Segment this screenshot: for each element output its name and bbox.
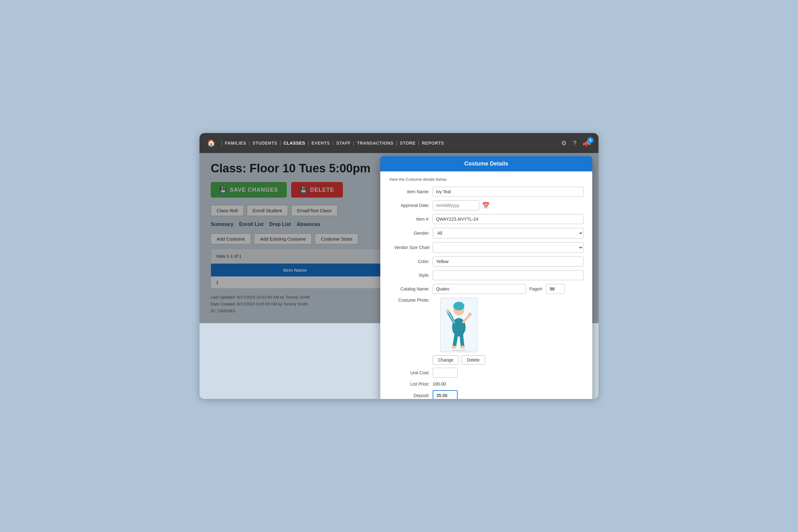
photo-buttons: Change Delete bbox=[433, 355, 485, 365]
item-num-input[interactable] bbox=[433, 214, 584, 224]
costume-photo-label: Costume Photo: bbox=[389, 298, 430, 303]
catalog-name-label: Catalog Name: bbox=[389, 286, 430, 291]
page-num-input[interactable] bbox=[546, 284, 565, 294]
delete-photo-button[interactable]: Delete bbox=[462, 355, 485, 365]
unit-cost-input[interactable] bbox=[433, 368, 458, 378]
nav-sep-5: | bbox=[353, 140, 355, 146]
change-photo-button[interactable]: Change bbox=[433, 355, 458, 365]
svg-line-10 bbox=[461, 334, 462, 346]
approval-date-input[interactable] bbox=[433, 201, 479, 210]
notification-bell[interactable]: 📣 9 bbox=[583, 139, 591, 147]
approval-date-row: Approval Date: 📅 bbox=[389, 201, 584, 210]
modal-body: View the Costume details below. Item Nam… bbox=[380, 171, 592, 399]
gender-row: Gender: All Male Female bbox=[389, 228, 584, 239]
deposit-row: Deposit: bbox=[389, 390, 584, 399]
main-content: Class: Floor 10 Tues 5:00pm 💾 SAVE CHANG… bbox=[200, 153, 598, 323]
deposit-input[interactable] bbox=[433, 390, 458, 399]
deposit-label: Deposit: bbox=[389, 393, 430, 398]
nav-sep-6: | bbox=[396, 140, 397, 146]
nav-link-reports[interactable]: REPORTS bbox=[421, 139, 444, 147]
nav-link-store[interactable]: STORE bbox=[399, 139, 416, 147]
nav-link-families[interactable]: FAMILIES bbox=[224, 139, 247, 147]
item-name-label: Item Name: bbox=[389, 189, 430, 194]
date-row: 📅 bbox=[433, 201, 490, 210]
item-name-row: Item Name: bbox=[389, 187, 584, 197]
nav-sep-3: | bbox=[308, 140, 309, 146]
approval-date-label: Approval Date: bbox=[389, 203, 430, 208]
catalog-name-row: Catalog Name: Page#: bbox=[389, 284, 584, 294]
nav-sep-2: | bbox=[280, 140, 281, 146]
vendor-size-chart-label: Vendor Size Chart bbox=[389, 245, 430, 250]
home-icon[interactable]: 🏠 bbox=[207, 139, 215, 147]
nav-sep-4: | bbox=[332, 140, 334, 146]
page-num-label: Page#: bbox=[529, 286, 543, 291]
modal-subtitle: View the Costume details below. bbox=[389, 177, 584, 182]
svg-point-12 bbox=[460, 346, 465, 349]
help-icon[interactable]: ? bbox=[573, 140, 576, 147]
item-num-label: Item #: bbox=[389, 216, 430, 222]
nav-link-students[interactable]: STUDENTS bbox=[252, 139, 278, 147]
nav-right: ⚙ ? 📣 9 bbox=[561, 139, 591, 147]
unit-cost-label: Unit Cost: bbox=[389, 370, 430, 375]
item-num-row: Item #: bbox=[389, 214, 584, 224]
nav-sep-0: | bbox=[221, 140, 222, 146]
settings-icon[interactable]: ⚙ bbox=[561, 139, 567, 147]
svg-point-4 bbox=[453, 302, 464, 310]
color-label: Color: bbox=[389, 259, 430, 264]
svg-text:Photo Credit: Quatro: Photo Credit: Quatro bbox=[452, 350, 466, 351]
vendor-size-chart-row: Vendor Size Chart bbox=[389, 242, 584, 253]
gender-label: Gender: bbox=[389, 231, 430, 235]
catalog-name-input[interactable] bbox=[433, 284, 526, 294]
costume-photo-image: Photo Credit: Quatro bbox=[440, 298, 478, 352]
nav-sep-1: | bbox=[249, 140, 250, 146]
svg-point-11 bbox=[451, 346, 456, 349]
color-row: Color: bbox=[389, 256, 584, 266]
costume-photo-wrapper: Photo Credit: Quatro Change Delete bbox=[433, 298, 485, 365]
page-num-row: Page#: bbox=[529, 284, 565, 294]
nav-link-events[interactable]: EVENTS bbox=[311, 139, 330, 147]
style-input[interactable] bbox=[433, 270, 584, 280]
gender-select[interactable]: All Male Female bbox=[433, 228, 584, 239]
color-input[interactable] bbox=[433, 256, 584, 266]
nav-link-classes[interactable]: CLASSES bbox=[283, 139, 306, 147]
nav-sep-7: | bbox=[418, 140, 419, 146]
list-price-value: 100.00 bbox=[433, 381, 446, 386]
nav-link-transactions[interactable]: TRANSACTIONS bbox=[356, 139, 394, 147]
top-nav: 🏠 | FAMILIES | STUDENTS | CLASSES | EVEN… bbox=[200, 133, 598, 153]
style-row: Style: bbox=[389, 270, 584, 280]
item-name-input[interactable] bbox=[433, 187, 584, 197]
modal-overlay: Costume Details View the Costume details… bbox=[200, 153, 598, 323]
svg-line-9 bbox=[454, 334, 456, 346]
costume-details-modal: Costume Details View the Costume details… bbox=[380, 156, 592, 399]
svg-point-8 bbox=[468, 312, 472, 316]
calendar-icon[interactable]: 📅 bbox=[482, 202, 490, 209]
modal-header: Costume Details bbox=[380, 156, 592, 171]
list-price-row: List Price: 100.00 bbox=[389, 381, 584, 386]
app-container: 🏠 | FAMILIES | STUDENTS | CLASSES | EVEN… bbox=[200, 133, 598, 399]
vendor-size-chart-select[interactable] bbox=[433, 242, 584, 253]
style-label: Style: bbox=[389, 273, 430, 278]
nav-link-staff[interactable]: STAFF bbox=[336, 139, 351, 147]
costume-photo-row: Costume Photo: bbox=[389, 298, 584, 365]
notification-count: 9 bbox=[587, 137, 593, 144]
list-price-label: List Price: bbox=[389, 381, 430, 386]
unit-cost-row: Unit Cost: bbox=[389, 368, 584, 378]
